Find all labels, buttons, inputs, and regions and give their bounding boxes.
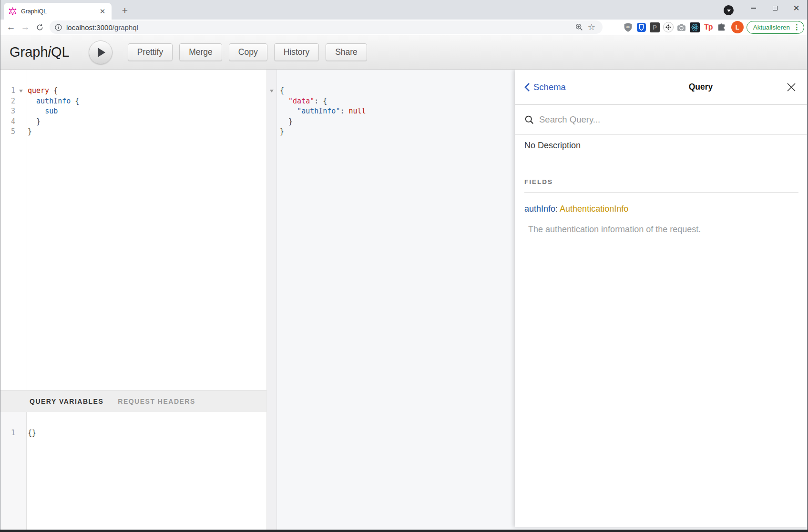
extension-react-devtools-icon[interactable] — [688, 20, 702, 34]
address-bar[interactable]: localhost:3000/graphql ☆ — [50, 20, 603, 34]
code-line[interactable]: 2 authInfo { — [0, 96, 266, 107]
toolbar-button-history[interactable]: History — [274, 43, 319, 61]
forward-arrow-icon: → — [21, 22, 30, 32]
tab-strip: GraphiQL ✕ + ✕ — [0, 0, 808, 20]
docs-body: No Description FIELDS authInfo: Authenti… — [515, 135, 808, 527]
url-text[interactable]: localhost:3000/graphql — [66, 23, 573, 31]
toolbar-button-prettify[interactable]: Prettify — [128, 43, 173, 61]
close-x-icon — [786, 82, 797, 92]
kebab-menu-icon: ⋮ — [793, 23, 800, 31]
graphiql-session: 1query {2 authInfo {3 sub4 }5} QUERY VAR… — [0, 70, 808, 530]
fold-spacer — [17, 96, 25, 107]
docs-search-bar — [515, 105, 808, 135]
close-icon: ✕ — [793, 4, 799, 12]
extension-tp-icon[interactable]: Tp — [702, 20, 715, 34]
graphiql-topbar: GraphiQL PrettifyMergeCopyHistoryShare — [0, 35, 808, 70]
caret-down-icon — [727, 10, 731, 12]
fold-arrow-icon[interactable] — [270, 90, 274, 92]
line-number: 5 — [0, 127, 17, 137]
window-frame-left — [0, 0, 0, 532]
extension-p-icon[interactable]: P — [648, 20, 662, 34]
code-line[interactable]: 4 } — [0, 117, 266, 127]
graphiql-logo: GraphiQL — [10, 44, 70, 60]
window-close-button[interactable]: ✕ — [786, 0, 807, 16]
extension-camera-icon[interactable] — [675, 20, 688, 34]
tab-close-icon[interactable]: ✕ — [98, 7, 107, 16]
page-info-icon[interactable] — [54, 23, 62, 31]
docs-explorer: Schema Query — [515, 70, 808, 527]
reload-icon — [36, 23, 44, 31]
maximize-icon — [773, 6, 777, 10]
tab-query-variables[interactable]: QUERY VARIABLES — [30, 398, 103, 405]
toolbar-button-merge[interactable]: Merge — [179, 43, 222, 61]
browser-tab-graphiql[interactable]: GraphiQL ✕ — [4, 3, 112, 20]
field-row: authInfo: AuthenticationInfo — [524, 204, 798, 214]
browser-toolbar: ← → localhost:3000/graphql — [0, 20, 808, 35]
extension-dpad-icon[interactable] — [662, 20, 675, 34]
browser-window: GraphiQL ✕ + ✕ ← → localhost:3000/grap — [0, 0, 808, 532]
new-tab-button[interactable]: + — [118, 4, 132, 18]
query-editor[interactable]: 1query {2 authInfo {3 sub4 }5} — [0, 70, 266, 390]
docs-back-button[interactable]: Schema — [524, 82, 566, 92]
line-number: 1 — [0, 428, 17, 439]
docs-title: Query — [610, 82, 791, 92]
result-fold-gutter — [266, 70, 277, 530]
forward-button[interactable]: → — [18, 20, 32, 34]
tab-request-headers[interactable]: REQUEST HEADERS — [118, 398, 195, 405]
extension-bitwarden-icon[interactable] — [635, 20, 648, 34]
line-number: 2 — [0, 96, 17, 107]
extension-ublock-icon[interactable]: UO — [622, 20, 635, 34]
variables-editor[interactable]: 1{} — [0, 412, 266, 530]
tab-title: GraphiQL — [21, 8, 98, 15]
fields-heading: FIELDS — [524, 178, 798, 193]
docs-search-input[interactable] — [539, 114, 798, 125]
zoom-level-button[interactable] — [573, 23, 585, 31]
code-line[interactable]: 5} — [0, 127, 266, 137]
zoom-in-icon — [575, 23, 583, 31]
toolbar-button-share[interactable]: Share — [326, 43, 367, 61]
docs-header: Schema Query — [515, 70, 808, 105]
field-type-link[interactable]: AuthenticationInfo — [560, 204, 628, 214]
search-icon — [524, 115, 534, 125]
chevron-left-icon — [524, 82, 530, 92]
profile-avatar[interactable]: L — [731, 21, 744, 33]
reload-button[interactable] — [32, 20, 47, 34]
graphql-favicon-icon — [9, 7, 17, 15]
svg-text:UO: UO — [626, 25, 631, 29]
line-number: 3 — [0, 106, 17, 117]
toolbar-button-copy[interactable]: Copy — [229, 43, 267, 61]
code-line[interactable]: 1query { — [0, 86, 266, 96]
back-button[interactable]: ← — [4, 20, 18, 34]
play-icon — [98, 48, 105, 57]
page-content: GraphiQL PrettifyMergeCopyHistoryShare 1… — [0, 35, 808, 532]
minimize-icon — [751, 8, 756, 8]
variables-tab-bar: QUERY VARIABLESREQUEST HEADERS — [0, 390, 266, 412]
fold-spacer — [17, 106, 25, 117]
docs-close-button[interactable] — [785, 81, 798, 93]
execute-query-button[interactable] — [89, 41, 113, 64]
query-pane: 1query {2 authInfo {3 sub4 }5} QUERY VAR… — [0, 70, 266, 530]
fold-spacer — [17, 428, 25, 439]
fold-spacer — [17, 127, 25, 137]
tab-search-button[interactable] — [724, 5, 734, 15]
gq-toolbar-buttons: PrettifyMergeCopyHistoryShare — [128, 43, 374, 61]
code-line[interactable]: 1{} — [0, 428, 266, 439]
fold-spacer — [17, 117, 25, 127]
code-line[interactable]: 3 sub — [0, 106, 266, 117]
field-description: The authentication information of the re… — [528, 225, 798, 235]
bookmark-star-icon[interactable]: ☆ — [585, 22, 598, 32]
field-name-link[interactable]: authInfo — [524, 204, 555, 214]
window-controls: ✕ — [743, 0, 807, 16]
window-maximize-button[interactable] — [764, 0, 786, 16]
window-minimize-button[interactable] — [743, 0, 764, 16]
line-number: 4 — [0, 117, 17, 127]
extensions-puzzle-icon[interactable] — [715, 20, 728, 34]
window-frame-bottom — [0, 530, 808, 532]
browser-update-button[interactable]: Aktualisieren ⋮ — [747, 21, 804, 34]
type-description: No Description — [524, 141, 798, 151]
line-number: 1 — [0, 86, 17, 96]
fold-arrow-icon[interactable] — [17, 86, 25, 96]
back-arrow-icon: ← — [7, 22, 16, 32]
